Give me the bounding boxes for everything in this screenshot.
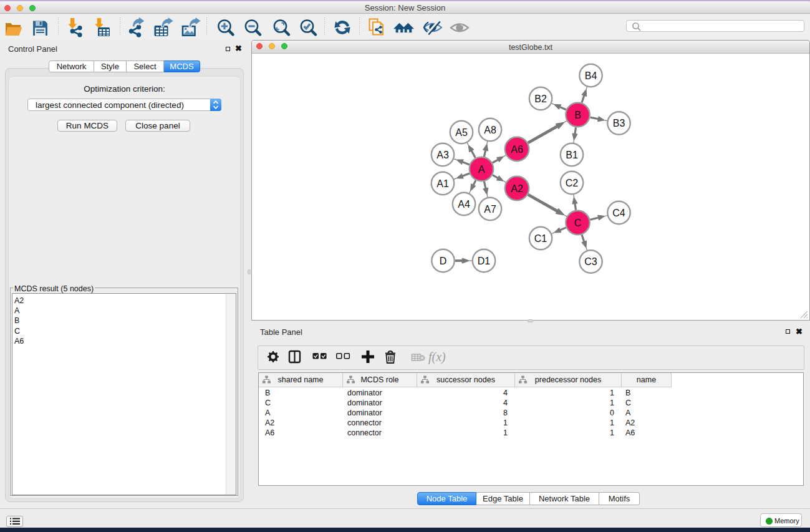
- svg-text:C1: C1: [534, 233, 547, 244]
- svg-text:B: B: [574, 110, 581, 120]
- svg-text:C: C: [574, 218, 582, 228]
- svg-text:A3: A3: [436, 150, 449, 160]
- svg-text:A4: A4: [458, 199, 470, 210]
- svg-text:B4: B4: [585, 70, 597, 81]
- svg-text:B3: B3: [613, 118, 625, 128]
- svg-text:B1: B1: [566, 150, 578, 160]
- svg-text:A: A: [478, 164, 485, 175]
- svg-text:A2: A2: [511, 183, 523, 194]
- svg-text:A1: A1: [436, 178, 449, 189]
- svg-text:C4: C4: [612, 208, 625, 218]
- svg-text:D1: D1: [478, 256, 491, 266]
- svg-text:D: D: [440, 256, 447, 266]
- svg-text:A8: A8: [484, 125, 496, 135]
- svg-text:A6: A6: [511, 144, 523, 155]
- svg-text:A5: A5: [455, 127, 468, 138]
- svg-text:A7: A7: [484, 204, 496, 215]
- svg-text:f(x): f(x): [428, 350, 446, 364]
- svg-text:C3: C3: [584, 256, 597, 267]
- svg-text:B2: B2: [534, 94, 547, 104]
- svg-text:C2: C2: [566, 178, 579, 188]
